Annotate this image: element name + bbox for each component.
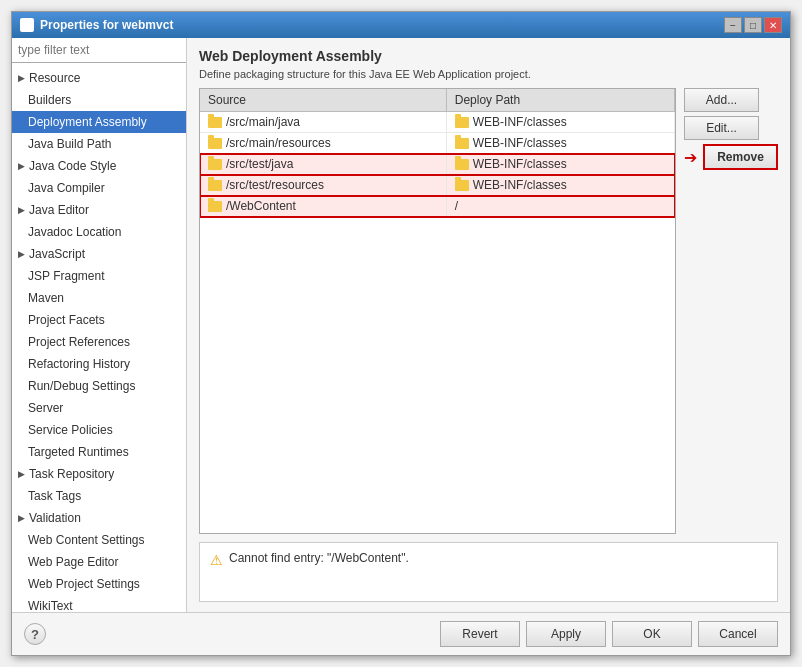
folder-icon (208, 159, 222, 170)
nav-item-wikitext[interactable]: WikiText (12, 595, 186, 612)
title-bar-left: Properties for webmvct (20, 18, 173, 32)
main-window: Properties for webmvct − □ ✕ ▶ResourceBu… (11, 11, 791, 656)
source-cell: /src/test/java (200, 154, 446, 175)
nav-item-service-policies[interactable]: Service Policies (12, 419, 186, 441)
nav-item-refactoring-history[interactable]: Refactoring History (12, 353, 186, 375)
nav-item-label: Web Content Settings (28, 531, 145, 549)
nav-item-project-references[interactable]: Project References (12, 331, 186, 353)
folder-icon (208, 138, 222, 149)
nav-item-web-page-editor[interactable]: Web Page Editor (12, 551, 186, 573)
deploy-path-cell: WEB-INF/classes (446, 133, 674, 154)
source-cell: /src/test/resources (200, 175, 446, 196)
nav-item-label: Web Project Settings (28, 575, 140, 593)
nav-item-label: JSP Fragment (28, 267, 104, 285)
red-arrow-icon: ➔ (684, 148, 697, 167)
nav-item-label: Resource (29, 69, 80, 87)
nav-item-maven[interactable]: Maven (12, 287, 186, 309)
nav-item-label: Service Policies (28, 421, 113, 439)
source-cell: /src/main/java (200, 112, 446, 133)
nav-item-builders[interactable]: Builders (12, 89, 186, 111)
close-button[interactable]: ✕ (764, 17, 782, 33)
nav-item-label: Java Compiler (28, 179, 105, 197)
bottom-left: ? (24, 623, 46, 645)
nav-item-label: WikiText (28, 597, 73, 612)
table-container: Source Deploy Path /src/main/javaWEB-INF… (199, 88, 676, 534)
remove-button[interactable]: Remove (703, 144, 778, 170)
nav-item-label: Builders (28, 91, 71, 109)
nav-item-server[interactable]: Server (12, 397, 186, 419)
nav-item-project-facets[interactable]: Project Facets (12, 309, 186, 331)
nav-item-task-tags[interactable]: Task Tags (12, 485, 186, 507)
nav-item-web-content-settings[interactable]: Web Content Settings (12, 529, 186, 551)
nav-item-javadoc-location[interactable]: Javadoc Location (12, 221, 186, 243)
table-row[interactable]: /src/main/javaWEB-INF/classes (200, 112, 675, 133)
right-panel: Web Deployment Assembly Define packaging… (187, 38, 790, 612)
nav-item-run-debug-settings[interactable]: Run/Debug Settings (12, 375, 186, 397)
nav-item-web-project-settings[interactable]: Web Project Settings (12, 573, 186, 595)
deploy-table: Source Deploy Path /src/main/javaWEB-INF… (200, 89, 675, 217)
content-area: ▶ResourceBuildersDeployment AssemblyJava… (12, 38, 790, 612)
nav-item-jsp-fragment[interactable]: JSP Fragment (12, 265, 186, 287)
nav-item-java-build-path[interactable]: Java Build Path (12, 133, 186, 155)
nav-item-resource[interactable]: ▶Resource (12, 67, 186, 89)
nav-arrow-icon: ▶ (18, 201, 25, 219)
nav-item-label: Java Code Style (29, 157, 116, 175)
warning-text: Cannot find entry: "/WebContent". (229, 551, 409, 565)
folder-icon (455, 180, 469, 191)
nav-item-java-editor[interactable]: ▶Java Editor (12, 199, 186, 221)
nav-item-java-code-style[interactable]: ▶Java Code Style (12, 155, 186, 177)
nav-item-targeted-runtimes[interactable]: Targeted Runtimes (12, 441, 186, 463)
edit-button[interactable]: Edit... (684, 116, 759, 140)
bottom-bar: ? Revert Apply OK Cancel (12, 612, 790, 655)
nav-item-label: JavaScript (29, 245, 85, 263)
revert-button[interactable]: Revert (440, 621, 520, 647)
nav-item-label: Validation (29, 509, 81, 527)
cancel-button[interactable]: Cancel (698, 621, 778, 647)
table-buttons: Add... Edit... ➔ Remove (684, 88, 778, 534)
bottom-right: Revert Apply OK Cancel (440, 621, 778, 647)
folder-icon (455, 159, 469, 170)
left-panel: ▶ResourceBuildersDeployment AssemblyJava… (12, 38, 187, 612)
nav-item-label: Refactoring History (28, 355, 130, 373)
nav-item-task-repository[interactable]: ▶Task Repository (12, 463, 186, 485)
nav-item-java-compiler[interactable]: Java Compiler (12, 177, 186, 199)
nav-item-label: Run/Debug Settings (28, 377, 135, 395)
deploy-path-cell: WEB-INF/classes (446, 112, 674, 133)
folder-icon (455, 138, 469, 149)
apply-button[interactable]: Apply (526, 621, 606, 647)
table-row[interactable]: /src/test/resourcesWEB-INF/classes (200, 175, 675, 196)
nav-item-label: Java Build Path (28, 135, 111, 153)
add-button[interactable]: Add... (684, 88, 759, 112)
panel-subtitle: Define packaging structure for this Java… (199, 68, 778, 80)
nav-item-label: Web Page Editor (28, 553, 119, 571)
table-wrapper: Source Deploy Path /src/main/javaWEB-INF… (199, 88, 778, 534)
nav-item-label: Javadoc Location (28, 223, 121, 241)
minimize-button[interactable]: − (724, 17, 742, 33)
title-bar-controls: − □ ✕ (724, 17, 782, 33)
table-row[interactable]: /src/main/resourcesWEB-INF/classes (200, 133, 675, 154)
filter-input[interactable] (12, 38, 186, 63)
folder-icon (208, 201, 222, 212)
nav-item-label: Project Facets (28, 311, 105, 329)
maximize-button[interactable]: □ (744, 17, 762, 33)
window-title: Properties for webmvct (40, 18, 173, 32)
ok-button[interactable]: OK (612, 621, 692, 647)
table-row[interactable]: /WebContent/ (200, 196, 675, 217)
nav-item-label: Maven (28, 289, 64, 307)
nav-item-deployment-assembly[interactable]: Deployment Assembly (12, 111, 186, 133)
nav-item-label: Project References (28, 333, 130, 351)
folder-icon (455, 117, 469, 128)
col-deploy-path: Deploy Path (446, 89, 674, 112)
title-bar: Properties for webmvct − □ ✕ (12, 12, 790, 38)
warning-area: ⚠ Cannot find entry: "/WebContent". (199, 542, 778, 602)
nav-item-validation[interactable]: ▶Validation (12, 507, 186, 529)
help-button[interactable]: ? (24, 623, 46, 645)
nav-item-label: Targeted Runtimes (28, 443, 129, 461)
nav-item-label: Java Editor (29, 201, 89, 219)
folder-icon (208, 180, 222, 191)
table-row[interactable]: /src/test/javaWEB-INF/classes (200, 154, 675, 175)
nav-arrow-icon: ▶ (18, 157, 25, 175)
panel-title: Web Deployment Assembly (199, 48, 778, 64)
source-cell: /src/main/resources (200, 133, 446, 154)
nav-item-javascript[interactable]: ▶JavaScript (12, 243, 186, 265)
